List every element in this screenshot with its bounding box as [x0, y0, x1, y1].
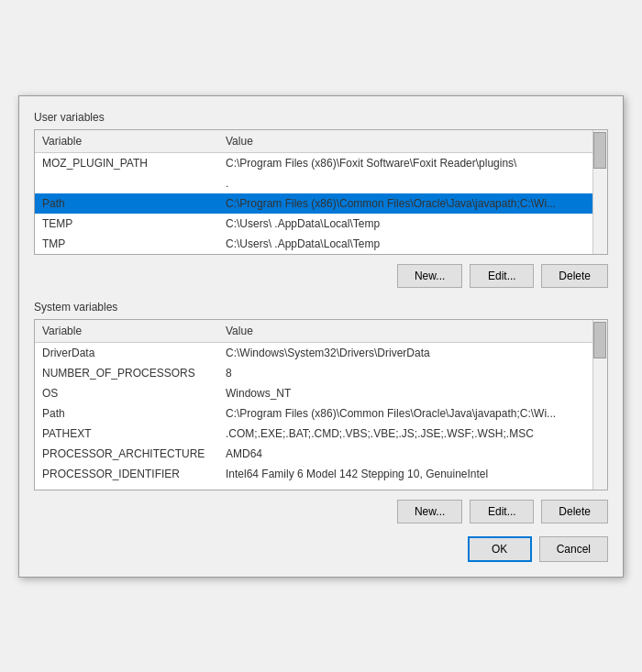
user-row-variable: TMP [35, 236, 218, 252]
sys-row-variable: PROCESSOR_LEVEL [35, 486, 218, 490]
sys-scrollbar[interactable] [592, 320, 607, 490]
sys-row-value: .COM;.EXE;.BAT;.CMD;.VBS;.VBE;.JS;.JSE;.… [218, 425, 591, 442]
user-table-row[interactable]: TEMP C:\Users\ .AppData\Local\Temp [35, 214, 607, 234]
sys-table-row[interactable]: Path C:\Program Files (x86)\Common Files… [35, 403, 607, 424]
system-variables-table: Variable Value DriverData C:\Windows\Sys… [34, 319, 608, 490]
sys-table-body[interactable]: DriverData C:\Windows\System32\Drivers\D… [35, 343, 607, 490]
user-table-row[interactable]: . [35, 173, 607, 193]
user-row-value: C:\Users\ .AppData\Local\Temp [218, 215, 591, 232]
user-table-row[interactable]: MOZ_PLUGIN_PATH C:\Program Files (x86)\F… [35, 153, 607, 173]
sys-table-row[interactable]: PROCESSOR_ARCHITECTURE AMD64 [35, 444, 607, 464]
user-row-value: C:\Program Files (x86)\Common Files\Orac… [218, 195, 591, 212]
sys-table-row[interactable]: DriverData C:\Windows\System32\Drivers\D… [35, 343, 607, 363]
environment-variables-dialog: User variables Variable Value MOZ_PLUGIN… [18, 95, 624, 578]
sys-row-value: C:\Windows\System32\Drivers\DriverData [218, 345, 591, 361]
user-table-header: Variable Value [35, 130, 607, 153]
sys-edit-button[interactable]: Edit... [470, 500, 534, 523]
sys-delete-button[interactable]: Delete [541, 500, 608, 523]
user-row-variable: Path [35, 195, 218, 212]
user-col-variable-header: Variable [35, 133, 218, 149]
ok-cancel-row: OK Cancel [34, 536, 608, 562]
sys-row-value: 8 [218, 365, 591, 381]
sys-col-value-header: Value [218, 323, 607, 339]
user-row-variable: MOZ_PLUGIN_PATH [35, 155, 218, 171]
system-variables-label: System variables [34, 301, 608, 314]
sys-table-row[interactable]: NUMBER_OF_PROCESSORS 8 [35, 363, 607, 383]
sys-table-row[interactable]: OS Windows_NT [35, 383, 607, 403]
sys-row-value: AMD64 [218, 446, 591, 462]
user-col-value-header: Value [218, 133, 607, 149]
user-scrollbar-thumb[interactable] [593, 132, 606, 169]
sys-row-value: 6 [218, 486, 591, 490]
sys-scrollbar-thumb[interactable] [593, 322, 606, 358]
user-buttons-row: New... Edit... Delete [34, 264, 608, 288]
sys-row-variable: PROCESSOR_ARCHITECTURE [35, 446, 218, 462]
sys-table-row[interactable]: PROCESSOR_LEVEL 6 [35, 484, 607, 490]
sys-row-value: Windows_NT [218, 385, 591, 402]
sys-row-value: C:\Program Files (x86)\Common Files\Orac… [218, 405, 591, 422]
user-table-row[interactable]: TMP C:\Users\ .AppData\Local\Temp [35, 234, 607, 254]
sys-buttons-row: New... Edit... Delete [34, 500, 608, 523]
sys-table-row[interactable]: PATHEXT .COM;.EXE;.BAT;.CMD;.VBS;.VBE;.J… [35, 424, 607, 444]
sys-row-variable: Path [35, 405, 218, 422]
user-variables-label: User variables [34, 111, 608, 124]
user-row-value: C:\Users\ .AppData\Local\Temp [218, 236, 591, 252]
user-row-variable [35, 175, 218, 192]
sys-new-button[interactable]: New... [397, 500, 462, 523]
sys-col-variable-header: Variable [35, 323, 218, 339]
user-delete-button[interactable]: Delete [541, 264, 608, 288]
user-scrollbar[interactable] [592, 130, 607, 254]
user-row-value: C:\Program Files (x86)\Foxit Software\Fo… [218, 155, 591, 171]
user-row-variable: TEMP [35, 215, 218, 232]
sys-row-variable: PATHEXT [35, 425, 218, 442]
ok-button[interactable]: OK [468, 536, 532, 562]
sys-row-variable: DriverData [35, 345, 218, 361]
user-variables-table: Variable Value MOZ_PLUGIN_PATH C:\Progra… [34, 129, 608, 255]
sys-row-variable: OS [35, 385, 218, 402]
user-table-row[interactable]: Path C:\Program Files (x86)\Common Files… [35, 193, 607, 214]
sys-table-row[interactable]: PROCESSOR_IDENTIFIER Intel64 Family 6 Mo… [35, 464, 607, 484]
cancel-button[interactable]: Cancel [539, 536, 608, 562]
user-table-body[interactable]: MOZ_PLUGIN_PATH C:\Program Files (x86)\F… [35, 153, 607, 254]
sys-row-variable: NUMBER_OF_PROCESSORS [35, 365, 218, 381]
sys-table-header: Variable Value [35, 320, 607, 343]
user-edit-button[interactable]: Edit... [470, 264, 534, 288]
user-row-value: . [218, 175, 591, 192]
sys-row-value: Intel64 Family 6 Model 142 Stepping 10, … [218, 466, 591, 482]
sys-row-variable: PROCESSOR_IDENTIFIER [35, 466, 218, 482]
user-new-button[interactable]: New... [397, 264, 462, 288]
